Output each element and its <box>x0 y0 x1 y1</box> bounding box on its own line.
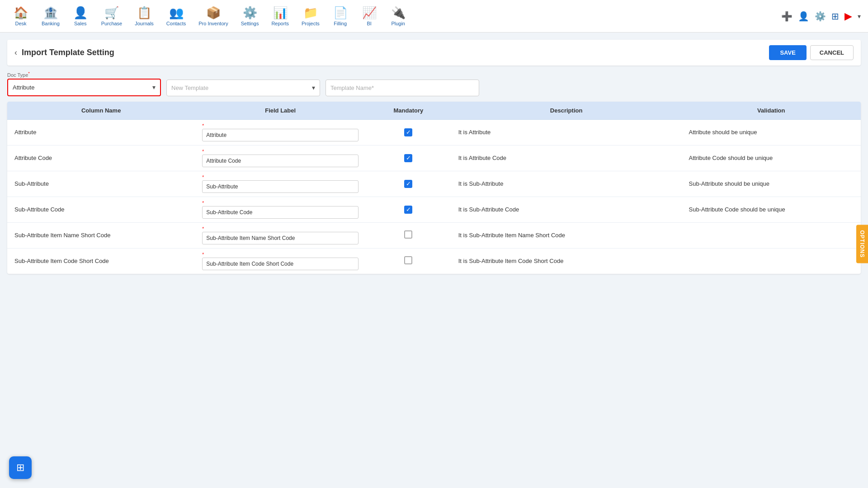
mandatory-checkbox-checked[interactable]: ✓ <box>404 206 412 214</box>
cell-description: It is Attribute Code <box>451 145 682 171</box>
table: Column Name Field Label Mandatory Descri… <box>7 102 861 274</box>
field-asterisk: * <box>202 201 359 206</box>
cell-column-name: Sub-Attribute Item Name Short Code <box>7 222 195 248</box>
nav-item-desk[interactable]: 🏠Desk <box>7 2 34 30</box>
mandatory-checkbox-unchecked[interactable] <box>404 230 412 239</box>
nav-item-plugin[interactable]: 🔌Plugin <box>385 2 412 30</box>
form-row: Doc Type* Attribute ▾ New Template ▾ <box>7 71 861 96</box>
nav-item-purchase[interactable]: 🛒Purchase <box>96 2 127 30</box>
nav-item-contacts[interactable]: 👥Contacts <box>161 2 191 30</box>
nav-chevron-down[interactable]: ▾ <box>858 13 861 20</box>
settings-icon: ⚙️ <box>243 6 257 20</box>
table-header-row: Column Name Field Label Mandatory Descri… <box>7 102 861 120</box>
contacts-label: Contacts <box>166 21 186 26</box>
template-select[interactable]: New Template <box>167 80 320 96</box>
table-row: Attribute Code * ✓ It is Attribute Code … <box>7 145 861 171</box>
mandatory-checkbox-checked[interactable]: ✓ <box>404 154 412 162</box>
nav-item-reports[interactable]: 📊Reports <box>266 2 294 30</box>
nav-item-projects[interactable]: 📁Projects <box>296 2 325 30</box>
cell-validation: Sub-Attribute Code should be unique <box>682 197 861 222</box>
cancel-button[interactable]: CANCEL <box>810 45 854 60</box>
nav-item-banking[interactable]: 🏦Banking <box>36 2 65 30</box>
table-row: Sub-Attribute Code * ✓ It is Sub-Attribu… <box>7 197 861 222</box>
cell-column-name: Attribute Code <box>7 145 195 171</box>
nav-item-journals[interactable]: 📋Journals <box>129 2 159 30</box>
cell-column-name: Sub-Attribute Item Code Short Code <box>7 248 195 274</box>
col-header-description: Description <box>451 102 682 120</box>
youtube-icon[interactable]: ▶ <box>844 10 852 22</box>
cell-validation: Sub-Attribute should be unique <box>682 171 861 197</box>
col-header-column-name: Column Name <box>7 102 195 120</box>
projects-label: Projects <box>302 21 320 26</box>
nav-right-actions: ➕ 👤 ⚙️ ⊞ ▶ ▾ <box>781 10 861 22</box>
field-label-input[interactable] <box>202 258 359 270</box>
cell-field-label: * <box>195 145 366 171</box>
cell-mandatory <box>366 222 451 248</box>
cell-mandatory <box>366 248 451 274</box>
nav-item-sales[interactable]: 👤Sales <box>67 2 94 30</box>
header-left: ‹ Import Template Setting <box>14 48 114 57</box>
back-button[interactable]: ‹ <box>14 48 17 57</box>
cell-field-label: * <box>195 171 366 197</box>
field-label-input[interactable] <box>202 129 359 141</box>
cell-mandatory: ✓ <box>366 171 451 197</box>
col-header-validation: Validation <box>682 102 861 120</box>
field-asterisk: * <box>202 123 359 128</box>
mandatory-checkbox-checked[interactable]: ✓ <box>404 180 412 188</box>
cell-validation <box>682 222 861 248</box>
data-table: Column Name Field Label Mandatory Descri… <box>7 102 861 274</box>
cell-validation <box>682 248 861 274</box>
options-tab[interactable]: OPTIONS <box>856 225 868 263</box>
user-circle-icon[interactable]: 👤 <box>798 11 809 22</box>
projects-icon: 📁 <box>303 6 318 20</box>
add-icon[interactable]: ➕ <box>781 11 793 22</box>
mandatory-checkbox-checked[interactable]: ✓ <box>404 128 412 136</box>
cell-field-label: * <box>195 248 366 274</box>
gear-icon[interactable]: ⚙️ <box>815 11 826 22</box>
save-button[interactable]: SAVE <box>769 45 806 60</box>
header-right: SAVE CANCEL <box>769 45 854 60</box>
page-content: ‹ Import Template Setting SAVE CANCEL Do… <box>0 33 868 281</box>
contacts-icon: 👥 <box>169 6 184 20</box>
banking-icon: 🏦 <box>43 6 58 20</box>
sales-icon: 👤 <box>73 6 88 20</box>
table-row: Sub-Attribute Item Name Short Code * It … <box>7 222 861 248</box>
cell-field-label: * <box>195 222 366 248</box>
field-label-input[interactable] <box>202 232 359 244</box>
field-label-input[interactable] <box>202 180 359 193</box>
page-title: Import Template Setting <box>22 48 114 57</box>
nav-item-pro_inventory[interactable]: 📦Pro Inventory <box>193 2 233 30</box>
cell-description: It is Sub-Attribute <box>451 171 682 197</box>
nav-items-container: 🏠Desk🏦Banking👤Sales🛒Purchase📋Journals👥Co… <box>7 2 781 30</box>
table-row: Sub-Attribute * ✓ It is Sub-Attribute Su… <box>7 171 861 197</box>
plugin-icon: 🔌 <box>391 6 406 20</box>
doc-type-select[interactable]: Attribute <box>8 80 160 95</box>
filling-icon: 📄 <box>333 6 348 20</box>
reports-label: Reports <box>271 21 289 26</box>
nav-item-settings[interactable]: ⚙️Settings <box>236 2 264 30</box>
field-label-input[interactable] <box>202 155 359 167</box>
journals-icon: 📋 <box>137 6 151 20</box>
filling-label: Filling <box>334 21 347 26</box>
desk-icon: 🏠 <box>14 6 28 20</box>
template-name-input[interactable] <box>326 80 479 96</box>
cell-description: It is Attribute <box>451 119 682 145</box>
mandatory-checkbox-unchecked[interactable] <box>404 256 412 264</box>
template-name-field <box>326 80 479 96</box>
pro_inventory-icon: 📦 <box>206 6 221 20</box>
field-asterisk: * <box>202 175 359 180</box>
cell-mandatory: ✓ <box>366 197 451 222</box>
field-label-input[interactable] <box>202 206 359 219</box>
cell-mandatory: ✓ <box>366 119 451 145</box>
cell-field-label: * <box>195 197 366 222</box>
table-row: Attribute * ✓ It is Attribute Attribute … <box>7 119 861 145</box>
cell-validation: Attribute Code should be unique <box>682 145 861 171</box>
template-select-wrapper: New Template ▾ <box>166 80 320 96</box>
field-asterisk: * <box>202 149 359 154</box>
nav-item-bi[interactable]: 📈BI <box>356 2 383 30</box>
nav-item-filling[interactable]: 📄Filling <box>327 2 354 30</box>
grid-icon[interactable]: ⊞ <box>831 11 839 22</box>
plugin-label: Plugin <box>391 21 405 26</box>
cell-validation: Attribute should be unique <box>682 119 861 145</box>
field-asterisk: * <box>202 252 359 257</box>
